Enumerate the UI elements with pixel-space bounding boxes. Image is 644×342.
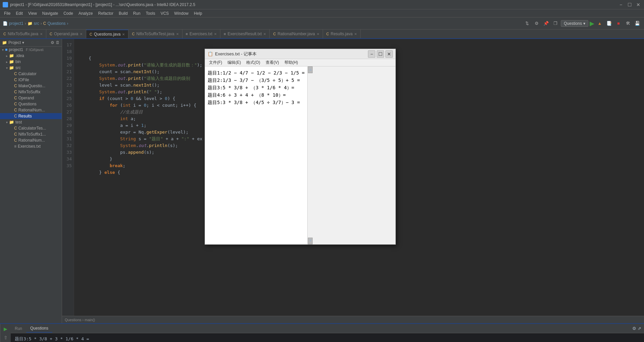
sync-button[interactable]: ⇅: [523, 19, 531, 28]
breadcrumb-src-label[interactable]: src: [34, 21, 39, 26]
idea-folder-icon: 📁: [9, 53, 14, 58]
menu-tools[interactable]: Tools: [143, 10, 158, 16]
np-scroll-down[interactable]: ▼: [308, 238, 313, 244]
tree-item-exfile[interactable]: ≡ Exercises.txt: [0, 143, 62, 149]
menu-window[interactable]: Window: [171, 10, 191, 16]
tab-close-exercises[interactable]: ✕: [214, 32, 217, 36]
close-button[interactable]: ✕: [635, 2, 641, 8]
tree-item-results[interactable]: C Results: [0, 113, 62, 119]
btab-run[interactable]: Run: [11, 325, 26, 332]
menu-code[interactable]: Code: [61, 10, 76, 16]
menu-refactor[interactable]: Refactor: [96, 10, 116, 16]
tab-operand[interactable]: C Operand.java ✕: [46, 30, 86, 38]
np-menu-help[interactable]: 帮助(H): [282, 59, 301, 66]
maximize-button[interactable]: ☐: [627, 2, 633, 8]
breadcrumb-project-label[interactable]: project1: [9, 21, 23, 26]
tree-item-idea[interactable]: 📁 .idea: [0, 53, 62, 59]
pin-button[interactable]: 📌: [542, 19, 550, 28]
tree-item-rationalnum[interactable]: C RationalNum...: [0, 107, 62, 113]
np-menu-file[interactable]: 文件(F): [206, 59, 225, 66]
tab-close-nifixtest[interactable]: ✕: [176, 32, 179, 36]
java-icon-rational: C: [14, 108, 17, 112]
tree-item-calculator[interactable]: C Calculator: [0, 71, 62, 77]
java-icon-calc: C: [14, 71, 17, 76]
notepad-icon: 📋: [208, 51, 213, 56]
tab-rationalnumber[interactable]: C RationalNumber.java ✕: [270, 30, 323, 38]
java-icon-nifixtest2: C: [14, 132, 17, 137]
notepad-minimize-button[interactable]: −: [368, 50, 375, 58]
notepad-maximize-button[interactable]: ☐: [377, 50, 384, 58]
tab-close-results[interactable]: ✕: [354, 32, 357, 36]
notepad-content[interactable]: 题目1:1/2 − 4/7 − 1/2 − 2/3 − 1/5 = 题目2:1/…: [205, 66, 307, 244]
questions-selector[interactable]: Questions ▾: [561, 20, 588, 27]
tab-close-rational[interactable]: ✕: [317, 32, 319, 36]
tree-item-rationaltest[interactable]: C RationalNum...: [0, 137, 62, 143]
menu-run[interactable]: Run: [130, 10, 143, 16]
sidebar-project-label[interactable]: Project ▾: [8, 40, 24, 45]
menu-help[interactable]: Help: [191, 10, 205, 16]
tree-item-nifixtos[interactable]: C NifixToSuffix: [0, 89, 62, 95]
tab-questions[interactable]: C Questions.java ✕: [86, 30, 128, 38]
menu-file[interactable]: File: [1, 10, 13, 16]
bottom-settings[interactable]: ⚙ ⇗: [632, 326, 644, 331]
breadcrumb-project[interactable]: 📄: [3, 21, 8, 26]
tree-item-questions[interactable]: C Questions: [0, 101, 62, 107]
menu-edit[interactable]: Edit: [13, 10, 25, 16]
bottom-main: Run Questions ⚙ ⇗ 题目3:5 * 3/8 + 3 * 1/6 …: [11, 324, 644, 342]
sidebar-expand-icon[interactable]: 🗓: [56, 40, 60, 45]
menu-navigate[interactable]: Navigate: [40, 10, 61, 16]
np-scroll-up[interactable]: ▲: [308, 66, 313, 73]
np-menu-view[interactable]: 查看(V): [263, 59, 282, 66]
tab-results[interactable]: C Results.java ✕: [323, 30, 361, 38]
notepad-scrollbar[interactable]: ▲ ▼: [307, 66, 313, 244]
tree-item-calctest[interactable]: C CalculatorTes...: [0, 125, 62, 131]
line-num-29: 29: [64, 122, 72, 129]
tree-item-src[interactable]: 📁 src: [0, 65, 62, 71]
settings-button[interactable]: ⚙: [533, 19, 541, 28]
tab-exercises[interactable]: ≡ Exercises.txt ✕: [182, 30, 220, 38]
run-output: 题目3:5 * 3/8 + 3 * 1/6 * 4 = 题目4:6 ÷ 3 + …: [11, 333, 644, 342]
menu-view[interactable]: View: [25, 10, 40, 16]
menu-analyze[interactable]: Analyze: [76, 10, 96, 16]
breadcrumb-file-label[interactable]: Questions: [47, 21, 65, 26]
tab-close-nifixto[interactable]: ✕: [40, 32, 43, 36]
tree-item-test[interactable]: 📁 test: [0, 119, 62, 125]
np-menu-format[interactable]: 格式(O): [244, 59, 263, 66]
menu-build[interactable]: Build: [116, 10, 130, 16]
build-button[interactable]: 🛠: [624, 19, 632, 28]
tab-nifixtosuffix[interactable]: C NifixToSuffix.java ✕: [0, 30, 46, 38]
debug-button[interactable]: ▲: [596, 19, 604, 28]
code-line-35: } else {: [78, 170, 120, 175]
minimize-button[interactable]: −: [618, 2, 624, 8]
line-num-23: 23: [64, 82, 72, 89]
tree-item-bin[interactable]: 📁 bin: [0, 59, 62, 65]
tab-close-questions[interactable]: ✕: [122, 33, 125, 36]
btab-questions[interactable]: Questions: [26, 325, 52, 333]
tab-nifixtest[interactable]: C NifixToSuffixTest.java ✕: [128, 30, 182, 38]
title-bar: project1 - [F:\Git\java\20165318team\pro…: [0, 0, 644, 9]
np-menu-edit[interactable]: 编辑(E): [225, 59, 244, 66]
line-num-31: 31: [64, 136, 72, 142]
sidebar-settings-icon[interactable]: ⚙: [51, 40, 54, 45]
tree-item-iofile[interactable]: C IOFile: [0, 77, 62, 83]
run-play-button[interactable]: ▶: [2, 325, 9, 333]
tree-item-nifixtest2[interactable]: C NifixToSuffix1...: [0, 131, 62, 137]
run-up-button[interactable]: ⇧: [2, 334, 9, 341]
run-button[interactable]: ▶: [590, 20, 594, 27]
notepad-close-button[interactable]: ✕: [385, 50, 393, 58]
coverage-button[interactable]: 📑: [605, 19, 613, 28]
code-line-32: ps.append(s);: [78, 150, 154, 155]
line-num-30: 30: [64, 129, 72, 136]
notepad-title: Exercises.txt - 记事本: [215, 51, 367, 57]
tab-close-exresult[interactable]: ✕: [263, 32, 266, 36]
menu-vcs[interactable]: VCS: [158, 10, 172, 16]
stop-button[interactable]: ■: [614, 19, 623, 28]
tab-close-operand[interactable]: ✕: [80, 32, 83, 36]
sdk-button[interactable]: 💾: [633, 19, 641, 28]
tree-item-project1[interactable]: ■ project1 F:\Git\java\: [0, 47, 62, 53]
tree-item-operand[interactable]: C Operand: [0, 95, 62, 101]
tree-item-makeq[interactable]: C MakeQuestio...: [0, 83, 62, 89]
tab-exercisesresult[interactable]: ≡ ExercisesResult.txt ✕: [220, 30, 270, 38]
chevron-test: [6, 120, 8, 125]
expand-button[interactable]: ❐: [551, 19, 559, 28]
